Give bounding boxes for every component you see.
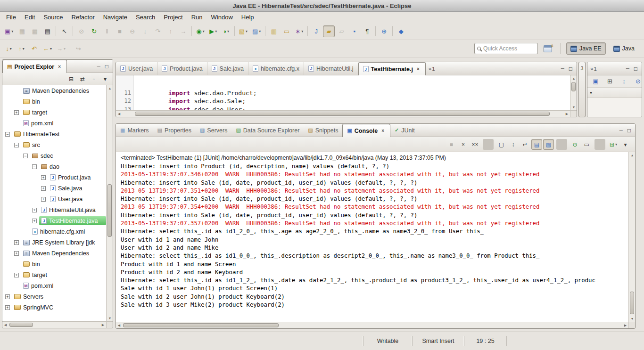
next-change-button[interactable]: ▱: [336, 25, 347, 37]
minimize-button[interactable]: [626, 66, 629, 71]
save-all-button[interactable]: ▩: [29, 25, 41, 37]
terminate-button[interactable]: ■: [114, 25, 125, 37]
new-wizard-button[interactable]: ▣: [3, 25, 15, 37]
console-horizontal-scrollbar[interactable]: ◀ ▶: [116, 322, 628, 328]
close-icon[interactable]: [57, 64, 62, 70]
expand-toggle-icon[interactable]: +: [41, 175, 46, 180]
bottom-view-tab[interactable]: Markers: [116, 124, 153, 137]
scroll-right-icon[interactable]: ▶: [622, 322, 628, 329]
editor-vertical-scrollbar[interactable]: ▲ ▼: [570, 75, 577, 110]
scrollbar-thumb[interactable]: [571, 82, 576, 91]
java-editor-button[interactable]: J: [310, 25, 322, 37]
expand-toggle-icon[interactable]: −: [23, 154, 28, 158]
tree-item[interactable]: + User.java: [2, 194, 106, 204]
last-edit-location-button[interactable]: ↶: [28, 43, 40, 55]
maximize-button[interactable]: [627, 128, 631, 133]
bottom-view-tab[interactable]: Data Source Explorer: [231, 124, 304, 137]
toolbar-button[interactable]: [265, 26, 265, 36]
maximize-button[interactable]: [569, 66, 572, 72]
scrollbar-thumb[interactable]: [107, 184, 112, 237]
console-vertical-scrollbar[interactable]: ▲ ▼: [628, 152, 635, 322]
scroll-up-icon[interactable]: ▲: [570, 75, 577, 81]
editor-tab[interactable]: Product.java: [157, 62, 207, 75]
tree-item[interactable]: bin: [2, 96, 106, 107]
console-toolbar-button[interactable]: [483, 139, 494, 150]
explorer-horizontal-scrollbar[interactable]: ◀ ▶: [2, 321, 106, 328]
link-with-editor-button[interactable]: ⇄: [77, 74, 88, 84]
tab-overflow-button[interactable]: 1: [426, 62, 438, 75]
expand-toggle-icon[interactable]: +: [32, 219, 37, 223]
quick-access-input[interactable]: [483, 45, 535, 52]
focus-view-button[interactable]: ▫: [89, 74, 99, 84]
new-web-component-button[interactable]: ▨: [250, 25, 263, 37]
bottom-view-tab[interactable]: JUnit: [390, 124, 419, 137]
expand-toggle-icon[interactable]: +: [14, 240, 19, 245]
debug-button[interactable]: ◉: [194, 25, 206, 37]
editor-tab[interactable]: User.java: [116, 62, 157, 75]
tree-item[interactable]: Maven Dependencies: [2, 85, 106, 96]
expand-toggle-icon[interactable]: +: [14, 273, 19, 277]
menu-item[interactable]: Navigate: [99, 13, 132, 22]
console-view-menu-button[interactable]: ▾: [620, 139, 631, 150]
new-java-project-button[interactable]: ▧: [237, 25, 249, 37]
open-type-button[interactable]: ▪: [348, 25, 360, 37]
toolbar-button[interactable]: [73, 26, 73, 36]
editor-tab[interactable]: Sale.java: [207, 62, 248, 75]
scroll-left-icon[interactable]: ◀: [116, 322, 122, 329]
expand-toggle-icon[interactable]: −: [5, 132, 10, 137]
maximize-button[interactable]: [634, 66, 637, 72]
next-annotation-button[interactable]: ↓: [3, 43, 15, 55]
expand-toggle-icon[interactable]: +: [5, 294, 10, 299]
scrollbar-thumb[interactable]: [9, 323, 33, 327]
view-menu-button[interactable]: ▾: [100, 74, 110, 84]
scroll-down-icon[interactable]: ▼: [629, 316, 636, 322]
step-into-button[interactable]: ↓: [139, 25, 151, 37]
expand-toggle-icon[interactable]: +: [41, 197, 46, 202]
menu-item[interactable]: Project: [159, 13, 187, 22]
tree-item[interactable]: + TestHibernate.java: [2, 215, 106, 226]
tree-item[interactable]: − sdec: [2, 150, 106, 161]
expand-toggle-icon[interactable]: +: [32, 208, 37, 212]
scroll-up-icon[interactable]: ▲: [107, 85, 113, 91]
scrollbar-thumb[interactable]: [123, 323, 279, 327]
scroll-right-icon[interactable]: ▶: [564, 111, 570, 117]
display-selected-console-button[interactable]: ▭: [581, 139, 592, 150]
print-button[interactable]: ▤: [41, 25, 53, 37]
collapse-button[interactable]: ⊞: [604, 75, 616, 87]
bottom-view-tab[interactable]: Snippets: [304, 124, 342, 137]
open-console-button[interactable]: ⊞: [608, 139, 619, 150]
menu-item[interactable]: Run: [187, 13, 207, 22]
save-button[interactable]: ▦: [16, 25, 28, 37]
run-button[interactable]: ▶: [207, 25, 219, 37]
menu-item[interactable]: Help: [237, 13, 258, 22]
scrollbar-thumb[interactable]: [135, 112, 550, 116]
toolbar-button[interactable]: [375, 26, 376, 36]
minimized-view-stack[interactable]: 3: [578, 62, 586, 117]
menu-item[interactable]: Edit: [20, 13, 39, 22]
remove-launch-button[interactable]: ×: [458, 139, 469, 150]
skip-breakpoints-button[interactable]: ⊘: [75, 25, 87, 37]
previous-annotation-button[interactable]: ↑: [16, 43, 27, 55]
explorer-vertical-scrollbar[interactable]: ▲ ▼: [106, 85, 113, 321]
expand-toggle-icon[interactable]: +: [5, 305, 10, 310]
menu-item[interactable]: Window: [207, 13, 237, 22]
sort-button[interactable]: ↕: [618, 75, 630, 87]
minimize-button[interactable]: [561, 66, 564, 71]
scroll-lock-button[interactable]: ↕: [508, 139, 519, 150]
bottom-view-tab[interactable]: Console: [342, 124, 390, 137]
editor-tab[interactable]: HibernateUtil.j: [304, 62, 358, 75]
disconnect-button[interactable]: ⊖: [126, 25, 138, 37]
toolbar-button[interactable]: [392, 26, 393, 36]
expand-toggle-icon[interactable]: +: [14, 110, 19, 115]
editor-tab[interactable]: TestHibernate.j: [358, 62, 426, 75]
clear-console-button[interactable]: ▢: [496, 139, 507, 150]
focus-button[interactable]: ▣: [590, 75, 602, 87]
quick-access-box[interactable]: [474, 43, 538, 54]
perspective-button[interactable]: Java EE: [566, 42, 606, 55]
editor-horizontal-scrollbar[interactable]: ◀ ▶: [116, 110, 570, 117]
scroll-up-icon[interactable]: ▲: [629, 152, 636, 158]
word-wrap-button[interactable]: ↵: [520, 139, 530, 150]
tree-item[interactable]: + JRE System Library [jdk: [2, 237, 106, 248]
view-menu-icon[interactable]: ▾: [590, 90, 592, 95]
step-over-button[interactable]: ↷: [152, 25, 164, 37]
